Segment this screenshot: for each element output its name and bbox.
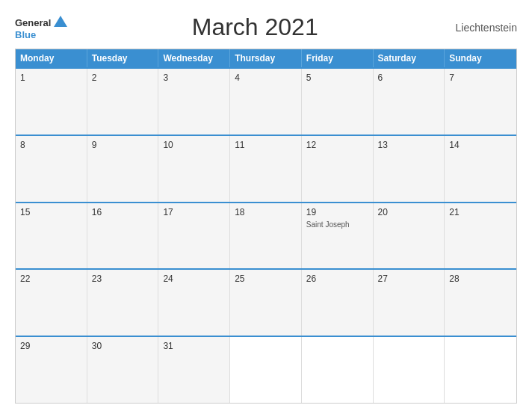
calendar-week-2: 891011121314 xyxy=(16,135,516,202)
day-number: 7 xyxy=(449,72,512,83)
calendar-day-cell xyxy=(374,337,445,403)
day-number: 31 xyxy=(163,341,225,351)
calendar-page: General Blue March 2021 Liechtenstein Mo… xyxy=(0,0,532,411)
calendar-day-cell xyxy=(230,337,302,403)
calendar-day-cell: 24 xyxy=(158,270,230,336)
calendar-day-cell: 8 xyxy=(16,136,87,202)
weekday-saturday: Saturday xyxy=(374,49,445,67)
day-number: 29 xyxy=(20,341,82,351)
calendar-day-cell xyxy=(445,337,516,403)
calendar-day-cell: 17 xyxy=(158,203,230,269)
logo-flag-icon xyxy=(54,15,67,28)
calendar-day-cell: 31 xyxy=(158,337,230,403)
day-number: 14 xyxy=(449,140,512,150)
day-number: 10 xyxy=(163,140,225,150)
day-number: 18 xyxy=(235,207,297,217)
calendar-day-cell: 7 xyxy=(445,69,516,135)
calendar-day-cell: 27 xyxy=(374,270,445,336)
logo-blue-text: Blue xyxy=(15,30,36,40)
weekday-monday: Monday xyxy=(16,49,87,67)
weekday-thursday: Thursday xyxy=(230,49,302,67)
day-number: 9 xyxy=(92,140,154,150)
weekday-tuesday: Tuesday xyxy=(87,49,159,67)
calendar-day-cell: 26 xyxy=(302,270,374,336)
calendar-day-cell: 13 xyxy=(374,136,445,202)
calendar-day-cell: 16 xyxy=(87,203,159,269)
svg-marker-0 xyxy=(54,16,67,27)
calendar-day-cell: 23 xyxy=(87,270,159,336)
day-number: 13 xyxy=(378,140,440,150)
logo: General Blue xyxy=(15,15,67,40)
calendar-day-cell: 22 xyxy=(16,270,87,336)
day-number: 15 xyxy=(20,207,82,217)
weekday-wednesday: Wednesday xyxy=(158,49,230,67)
calendar-week-5: 293031 xyxy=(16,336,516,403)
day-number: 1 xyxy=(20,72,82,83)
calendar-day-cell: 11 xyxy=(230,136,302,202)
day-number: 4 xyxy=(235,72,297,83)
weekday-friday: Friday xyxy=(302,49,374,67)
day-number: 12 xyxy=(306,140,368,150)
day-number: 23 xyxy=(92,274,154,284)
calendar-day-cell: 10 xyxy=(158,136,230,202)
calendar-grid: Monday Tuesday Wednesday Thursday Friday… xyxy=(15,49,517,404)
calendar-day-cell: 12 xyxy=(302,136,374,202)
day-number: 21 xyxy=(449,207,512,217)
day-number: 25 xyxy=(235,274,297,284)
month-title: March 2021 xyxy=(67,13,442,41)
calendar-day-cell: 20 xyxy=(374,203,445,269)
calendar-week-4: 22232425262728 xyxy=(16,268,516,336)
calendar-day-cell: 1 xyxy=(16,69,87,135)
calendar-header-row: Monday Tuesday Wednesday Thursday Friday… xyxy=(16,49,516,67)
calendar-day-cell: 18 xyxy=(230,203,302,269)
day-number: 30 xyxy=(92,341,154,351)
day-number: 2 xyxy=(92,72,154,83)
calendar-day-cell: 25 xyxy=(230,270,302,336)
calendar-day-cell: 3 xyxy=(158,69,230,135)
day-number: 5 xyxy=(306,72,368,83)
calendar-body: 12345678910111213141516171819Saint Josep… xyxy=(16,67,516,403)
day-number: 11 xyxy=(235,140,297,150)
day-number: 27 xyxy=(378,274,440,284)
calendar-week-1: 1234567 xyxy=(16,67,516,135)
calendar-day-cell: 15 xyxy=(16,203,87,269)
calendar-day-cell: 6 xyxy=(374,69,445,135)
calendar-day-cell: 30 xyxy=(87,337,159,403)
calendar-day-cell: 28 xyxy=(445,270,516,336)
logo-general-text: General xyxy=(15,18,51,28)
weekday-sunday: Sunday xyxy=(445,49,516,67)
calendar-day-cell xyxy=(302,337,374,403)
calendar-day-cell: 14 xyxy=(445,136,516,202)
calendar-day-cell: 4 xyxy=(230,69,302,135)
day-number: 24 xyxy=(163,274,225,284)
country-label: Liechtenstein xyxy=(442,22,517,34)
calendar-day-cell: 2 xyxy=(87,69,159,135)
day-number: 6 xyxy=(378,72,440,83)
day-number: 3 xyxy=(163,72,225,83)
calendar-week-3: 1516171819Saint Joseph2021 xyxy=(16,202,516,269)
day-event-label: Saint Joseph xyxy=(306,220,368,229)
day-number: 22 xyxy=(20,274,82,284)
calendar-day-cell: 19Saint Joseph xyxy=(302,203,374,269)
day-number: 16 xyxy=(92,207,154,217)
day-number: 17 xyxy=(163,207,225,217)
day-number: 28 xyxy=(449,274,512,284)
day-number: 8 xyxy=(20,140,82,150)
page-header: General Blue March 2021 Liechtenstein xyxy=(15,13,517,41)
calendar-day-cell: 29 xyxy=(16,337,87,403)
calendar-day-cell: 5 xyxy=(302,69,374,135)
calendar-day-cell: 9 xyxy=(87,136,159,202)
calendar-day-cell: 21 xyxy=(445,203,516,269)
day-number: 19 xyxy=(306,207,368,217)
day-number: 26 xyxy=(306,274,368,284)
day-number: 20 xyxy=(378,207,440,217)
